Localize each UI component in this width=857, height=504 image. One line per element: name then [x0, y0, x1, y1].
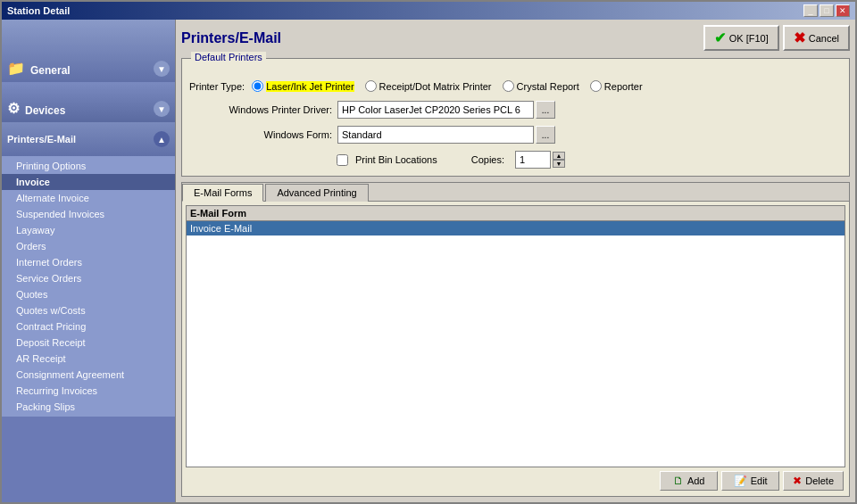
title-bar: Station Detail _ □ ✕	[2, 2, 855, 20]
devices-arrow-icon: ▼	[154, 101, 170, 117]
edit-label: Edit	[751, 475, 768, 486]
sidebar-item-alternate-invoice[interactable]: Alternate Invoice	[2, 190, 175, 206]
windows-form-label: Windows Form:	[189, 129, 332, 140]
add-label: Add	[687, 475, 705, 486]
sidebar-item-contract-pricing[interactable]: Contract Pricing	[2, 318, 175, 335]
sidebar-item-printing-options[interactable]: Printing Options	[2, 158, 175, 174]
tab-bar: E-Mail Forms Advanced Printing	[182, 183, 849, 202]
sidebar-item-layaway[interactable]: Layaway	[2, 222, 175, 238]
sidebar-printers-label: Printers/E-Mail	[7, 134, 76, 145]
sidebar-section-devices[interactable]: ⚙ Devices ▼	[2, 82, 175, 122]
windows-form-row: Windows Form: ...	[189, 126, 842, 144]
table-action-bar: 🗋 Add 📝 Edit ✖ Delete	[186, 467, 845, 492]
main-header: Printers/E-Mail ✔ OK [F10] ✖ Cancel	[181, 25, 850, 51]
table-cell-invoice-email: Invoice E-Mail	[190, 223, 252, 234]
general-arrow-icon: ▼	[154, 61, 170, 77]
sidebar-item-deposit-receipt[interactable]: Deposit Receipt	[2, 335, 175, 351]
sidebar-item-recurring-invoices[interactable]: Recurring Invoices	[2, 383, 175, 399]
edit-icon: 📝	[734, 475, 747, 487]
main-panel: Printers/E-Mail ✔ OK [F10] ✖ Cancel Defa…	[176, 20, 855, 502]
title-bar-buttons: _ □ ✕	[803, 4, 850, 17]
radio-reporter[interactable]: Reporter	[590, 80, 643, 92]
print-bin-checkbox[interactable]	[337, 154, 348, 166]
sidebar-nav-items: Printing Options Invoice Alternate Invoi…	[2, 156, 175, 417]
radio-laser-input[interactable]	[252, 80, 263, 92]
sidebar-item-consignment-agreement[interactable]: Consignment Agreement	[2, 367, 175, 383]
default-printers-legend: Default Printers	[191, 52, 266, 62]
ok-label: OK [F10]	[729, 33, 769, 44]
windows-driver-label: Windows Printer Driver:	[189, 104, 332, 115]
window-title: Station Detail	[7, 5, 70, 16]
sidebar: 📁 General ▼ ⚙ Devices ▼ Printers/E-Mail …	[2, 20, 176, 502]
page-title: Printers/E-Mail	[181, 30, 281, 46]
delete-icon: ✖	[793, 475, 802, 487]
windows-driver-row: Windows Printer Driver: ...	[189, 101, 842, 119]
table-row[interactable]: Invoice E-Mail	[187, 221, 845, 235]
copies-increment-button[interactable]: ▲	[553, 152, 565, 160]
tab-content: E-Mail Form Invoice E-Mail 🗋 Add 📝	[182, 202, 849, 496]
print-bin-label: Print Bin Locations	[355, 154, 437, 165]
cancel-label: Cancel	[809, 33, 839, 44]
add-icon: 🗋	[673, 475, 684, 487]
table-header-row: E-Mail Form	[187, 206, 845, 221]
radio-receipt-label: Receipt/Dot Matrix Printer	[379, 81, 492, 92]
printers-arrow-icon: ▲	[154, 131, 170, 147]
default-printers-box: Default Printers Printer Type: Laser/Ink…	[181, 58, 850, 177]
cancel-x-icon: ✖	[794, 29, 805, 46]
ok-check-icon: ✔	[714, 29, 726, 46]
header-buttons: ✔ OK [F10] ✖ Cancel	[703, 25, 850, 51]
tab-advanced-printing[interactable]: Advanced Printing	[265, 184, 368, 202]
copies-label: Copies:	[471, 154, 504, 165]
radio-receipt[interactable]: Receipt/Dot Matrix Printer	[365, 80, 492, 92]
sidebar-printers-header[interactable]: Printers/E-Mail ▲	[2, 122, 175, 156]
email-forms-table: E-Mail Form Invoice E-Mail	[186, 205, 845, 467]
edit-button[interactable]: 📝 Edit	[721, 471, 779, 491]
sidebar-printers-section: Printers/E-Mail ▲ Printing Options Invoi…	[2, 122, 175, 417]
sidebar-item-quotes-wcosts[interactable]: Quotes w/Costs	[2, 302, 175, 318]
windows-driver-input[interactable]	[337, 101, 534, 119]
radio-crystal[interactable]: Crystal Report	[503, 80, 579, 92]
delete-button[interactable]: ✖ Delete	[783, 471, 844, 491]
maximize-button[interactable]: □	[820, 4, 834, 17]
sidebar-item-packing-slips[interactable]: Packing Slips	[2, 399, 175, 415]
sidebar-item-invoice[interactable]: Invoice	[2, 174, 175, 190]
sidebar-item-orders[interactable]: Orders	[2, 238, 175, 254]
radio-laser-label: Laser/Ink Jet Printer	[266, 81, 354, 92]
radio-receipt-input[interactable]	[365, 80, 377, 92]
radio-laser[interactable]: Laser/Ink Jet Printer	[252, 80, 354, 92]
copies-input[interactable]	[515, 151, 551, 169]
content-area: 📁 General ▼ ⚙ Devices ▼ Printers/E-Mail …	[2, 20, 855, 502]
tab-email-forms[interactable]: E-Mail Forms	[182, 184, 263, 202]
copies-spinner: ▲ ▼	[512, 151, 565, 169]
windows-driver-browse-button[interactable]: ...	[536, 101, 555, 119]
add-button[interactable]: 🗋 Add	[660, 471, 718, 491]
tabs-area: E-Mail Forms Advanced Printing E-Mail Fo…	[181, 182, 850, 497]
radio-crystal-input[interactable]	[503, 80, 514, 92]
windows-form-input[interactable]	[337, 126, 534, 144]
devices-icon: ⚙	[7, 100, 20, 117]
general-icon: 📁	[7, 60, 25, 77]
sidebar-general-label: General	[30, 64, 71, 77]
print-bin-row: Print Bin Locations Copies: ▲ ▼	[337, 151, 842, 169]
sidebar-devices-label: Devices	[25, 104, 65, 117]
sidebar-item-internet-orders[interactable]: Internet Orders	[2, 254, 175, 270]
sidebar-item-ar-receipt[interactable]: AR Receipt	[2, 351, 175, 367]
sidebar-item-quotes[interactable]: Quotes	[2, 286, 175, 302]
copies-decrement-button[interactable]: ▼	[553, 160, 565, 168]
windows-form-browse-button[interactable]: ...	[536, 126, 555, 144]
cancel-button[interactable]: ✖ Cancel	[783, 25, 850, 51]
printer-type-radio-group: Laser/Ink Jet Printer Receipt/Dot Matrix…	[252, 80, 642, 92]
printer-type-label: Printer Type:	[189, 81, 245, 92]
table-header-email-form: E-Mail Form	[190, 208, 246, 219]
close-button[interactable]: ✕	[836, 4, 850, 17]
minimize-button[interactable]: _	[803, 4, 818, 17]
sidebar-item-suspended-invoices[interactable]: Suspended Invoices	[2, 206, 175, 222]
radio-reporter-input[interactable]	[590, 80, 602, 92]
delete-label: Delete	[805, 475, 834, 486]
station-detail-window: Station Detail _ □ ✕ 📁 General ▼ ⚙ Devic…	[0, 0, 857, 504]
printer-type-row: Printer Type: Laser/Ink Jet Printer Rece…	[189, 80, 842, 92]
sidebar-section-general[interactable]: 📁 General ▼	[2, 20, 175, 82]
copies-spinner-buttons: ▲ ▼	[553, 152, 565, 168]
ok-button[interactable]: ✔ OK [F10]	[703, 25, 779, 51]
sidebar-item-service-orders[interactable]: Service Orders	[2, 270, 175, 286]
